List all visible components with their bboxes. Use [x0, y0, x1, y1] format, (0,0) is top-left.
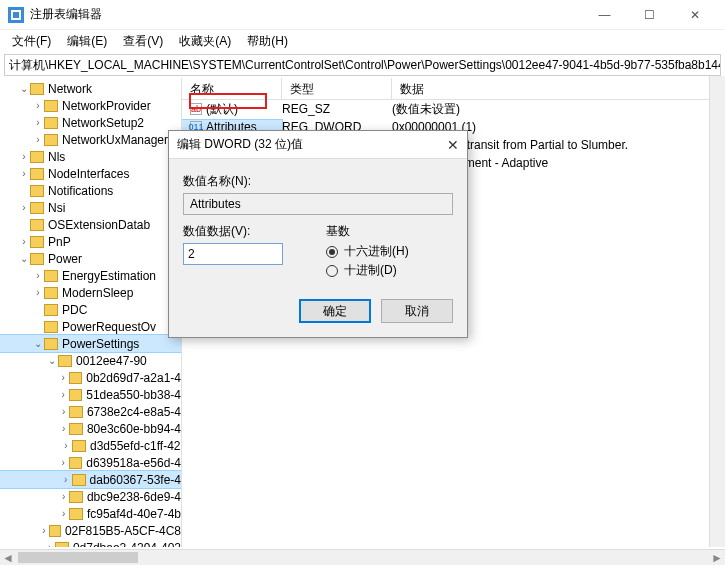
chevron-right-icon[interactable]: › [18, 202, 30, 213]
tree-item[interactable]: ⌄PowerSettings [0, 335, 181, 352]
svg-rect-2 [13, 12, 19, 18]
value-data-input[interactable] [183, 243, 283, 265]
chevron-right-icon[interactable]: › [58, 423, 70, 434]
folder-icon [55, 542, 68, 548]
tree-item-label: d639518a-e56d-4 [86, 456, 181, 470]
dialog-titlebar[interactable]: 编辑 DWORD (32 位)值 ✕ [169, 131, 467, 159]
tree-item[interactable]: ›Nls [0, 148, 181, 165]
folder-icon [30, 219, 44, 231]
tree-item[interactable]: ›Nsi [0, 199, 181, 216]
tree-item[interactable]: ›02F815B5-A5CF-4C8 [0, 522, 181, 539]
tree-item-label: NetworkUxManager [62, 133, 168, 147]
chevron-right-icon[interactable]: › [32, 117, 44, 128]
ok-button[interactable]: 确定 [299, 299, 371, 323]
menu-favorites[interactable]: 收藏夹(A) [173, 31, 237, 52]
tree-view[interactable]: ⌄Network›NetworkProvider›NetworkSetup2›N… [0, 78, 182, 547]
close-button[interactable]: ✕ [672, 1, 717, 29]
scroll-thumb[interactable] [18, 552, 138, 563]
folder-icon [30, 168, 44, 180]
menu-file[interactable]: 文件(F) [6, 31, 57, 52]
minimize-button[interactable]: — [582, 1, 627, 29]
chevron-down-icon[interactable]: ⌄ [18, 83, 30, 94]
scroll-left-icon[interactable]: ◄ [0, 550, 16, 565]
tree-item[interactable]: OSExtensionDatab [0, 216, 181, 233]
tree-item[interactable]: ›ModernSleep [0, 284, 181, 301]
tree-item[interactable]: ⌄Network [0, 80, 181, 97]
address-path: 计算机\HKEY_LOCAL_MACHINE\SYSTEM\CurrentCon… [9, 57, 721, 74]
tree-item[interactable]: PDC [0, 301, 181, 318]
chevron-right-icon[interactable]: › [57, 372, 68, 383]
chevron-down-icon[interactable]: ⌄ [32, 338, 44, 349]
chevron-right-icon[interactable]: › [18, 151, 30, 162]
cancel-button[interactable]: 取消 [381, 299, 453, 323]
chevron-right-icon[interactable]: › [58, 508, 70, 519]
folder-icon [44, 117, 58, 129]
chevron-right-icon[interactable]: › [44, 542, 55, 547]
tree-item[interactable]: ›0d7dbae2-4294-402 [0, 539, 181, 547]
tree-item[interactable]: ›NodeInterfaces [0, 165, 181, 182]
tree-item-label: PowerSettings [62, 337, 139, 351]
tree-item[interactable]: ›PnP [0, 233, 181, 250]
tree-item[interactable]: ›NetworkSetup2 [0, 114, 181, 131]
chevron-down-icon[interactable]: ⌄ [18, 253, 30, 264]
tree-item[interactable]: ›fc95af4d-40e7-4b [0, 505, 181, 522]
vertical-scrollbar[interactable] [709, 76, 725, 547]
tree-item[interactable]: ›NetworkProvider [0, 97, 181, 114]
value-data: (数值未设置) [392, 101, 725, 118]
tree-item[interactable]: ›51dea550-bb38-4 [0, 386, 181, 403]
folder-icon [44, 338, 58, 350]
folder-icon [44, 100, 58, 112]
folder-icon [44, 287, 58, 299]
chevron-right-icon[interactable]: › [32, 100, 44, 111]
chevron-down-icon[interactable]: ⌄ [46, 355, 58, 366]
col-data[interactable]: 数据 [392, 78, 725, 99]
tree-item[interactable]: ›80e3c60e-bb94-4 [0, 420, 181, 437]
address-bar[interactable]: 计算机\HKEY_LOCAL_MACHINE\SYSTEM\CurrentCon… [4, 54, 721, 76]
chevron-right-icon[interactable]: › [18, 236, 30, 247]
chevron-right-icon[interactable]: › [39, 525, 49, 536]
scroll-right-icon[interactable]: ► [709, 550, 725, 565]
titlebar: 注册表编辑器 — ☐ ✕ [0, 0, 725, 30]
tree-item-label: dab60367-53fe-4 [90, 473, 181, 487]
chevron-right-icon[interactable]: › [57, 389, 68, 400]
tree-item[interactable]: ›dab60367-53fe-4 [0, 471, 181, 488]
chevron-right-icon[interactable]: › [58, 491, 70, 502]
tree-item-label: NetworkSetup2 [62, 116, 144, 130]
menu-view[interactable]: 查看(V) [117, 31, 169, 52]
tree-item[interactable]: ⌄Power [0, 250, 181, 267]
tree-item[interactable]: Notifications [0, 182, 181, 199]
tree-item[interactable]: PowerRequestOv [0, 318, 181, 335]
chevron-right-icon[interactable]: › [60, 474, 72, 485]
chevron-right-icon[interactable]: › [32, 287, 44, 298]
tree-item[interactable]: ⌄0012ee47-90 [0, 352, 181, 369]
chevron-right-icon[interactable]: › [32, 270, 44, 281]
dialog-close-icon[interactable]: ✕ [447, 137, 459, 153]
menu-edit[interactable]: 编辑(E) [61, 31, 113, 52]
tree-item[interactable]: ›d639518a-e56d-4 [0, 454, 181, 471]
menu-help[interactable]: 帮助(H) [241, 31, 294, 52]
radio-hex[interactable]: 十六进制(H) [326, 243, 453, 260]
tree-item-label: Nsi [48, 201, 65, 215]
radio-dec[interactable]: 十进制(D) [326, 262, 453, 279]
tree-item-label: 0012ee47-90 [76, 354, 147, 368]
tree-item-label: fc95af4d-40e7-4b [87, 507, 181, 521]
folder-icon [30, 151, 44, 163]
folder-icon [30, 83, 44, 95]
horizontal-scrollbar[interactable]: ◄ ► [0, 549, 725, 565]
col-type[interactable]: 类型 [282, 78, 392, 99]
tree-item-label: Notifications [48, 184, 113, 198]
folder-icon [30, 185, 44, 197]
chevron-right-icon[interactable]: › [57, 457, 68, 468]
chevron-right-icon[interactable]: › [60, 440, 72, 451]
tree-item[interactable]: ›0b2d69d7-a2a1-4 [0, 369, 181, 386]
tree-item-label: 02F815B5-A5CF-4C8 [65, 524, 181, 538]
tree-item[interactable]: ›6738e2c4-e8a5-4 [0, 403, 181, 420]
tree-item[interactable]: ›d3d55efd-c1ff-42 [0, 437, 181, 454]
chevron-right-icon[interactable]: › [58, 406, 70, 417]
tree-item[interactable]: ›dbc9e238-6de9-4 [0, 488, 181, 505]
tree-item[interactable]: ›NetworkUxManager [0, 131, 181, 148]
maximize-button[interactable]: ☐ [627, 1, 672, 29]
chevron-right-icon[interactable]: › [32, 134, 44, 145]
tree-item[interactable]: ›EnergyEstimation [0, 267, 181, 284]
chevron-right-icon[interactable]: › [18, 168, 30, 179]
